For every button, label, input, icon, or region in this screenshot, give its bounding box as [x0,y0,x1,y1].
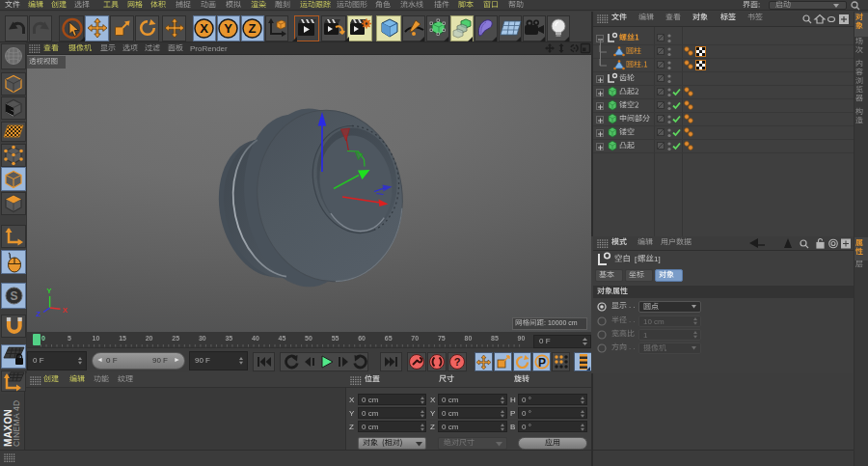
svg-text:Y: Y [224,21,232,36]
svg-text:Z: Z [36,310,41,318]
svg-text:X: X [200,21,208,36]
svg-text:Z: Z [249,21,257,36]
svg-text:P: P [538,356,546,370]
svg-text:X: X [63,306,68,315]
svg-text:?: ? [454,356,461,368]
svg-text:S: S [10,289,17,303]
svg-text:Y: Y [46,287,52,295]
